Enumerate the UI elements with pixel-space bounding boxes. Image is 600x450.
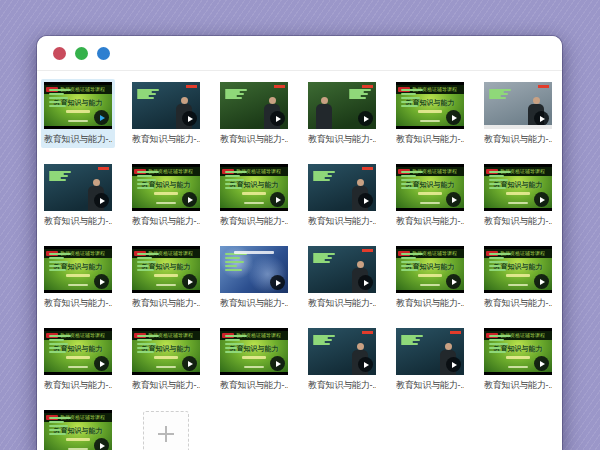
red-watermark	[362, 167, 373, 170]
play-icon[interactable]	[182, 192, 197, 207]
video-title: 教育知识与能力-...	[44, 297, 112, 310]
video-thumbnail[interactable]: 教师资格证辅导课程 教育知识与能力	[220, 164, 288, 211]
video-title: 教育知识与能力-...	[220, 133, 288, 146]
board-text-lines	[489, 253, 511, 271]
video-thumbnail[interactable]: 教师资格证辅导课程 教育知识与能力	[396, 246, 464, 293]
video-item[interactable]: 教师资格证辅导课程 教育知识与能力 教育知识与能力-...	[393, 79, 467, 148]
video-item[interactable]: 教师资格证辅导课程 教育知识与能力 教育知识与能力-...	[41, 407, 115, 450]
play-icon[interactable]	[534, 111, 549, 126]
video-item[interactable]: 教师资格证辅导课程 教育知识与能力 教育知识与能力-...	[305, 325, 379, 394]
video-item[interactable]: 教师资格证辅导课程 教育知识与能力 教育知识与能力-...	[217, 243, 291, 312]
video-title: 教育知识与能力-...	[220, 297, 288, 310]
thumbnail-url-bar	[68, 120, 88, 122]
video-thumbnail[interactable]: 教师资格证辅导课程 教育知识与能力	[132, 328, 200, 375]
play-icon[interactable]	[182, 274, 197, 289]
video-thumbnail[interactable]: 教师资格证辅导课程 教育知识与能力	[220, 246, 288, 293]
video-thumbnail[interactable]: 教师资格证辅导课程 教育知识与能力	[44, 410, 112, 450]
video-item[interactable]: 教师资格证辅导课程 教育知识与能力 教育知识与能力-...	[481, 243, 555, 312]
video-item[interactable]: 教师资格证辅导课程 教育知识与能力 教育知识与能力-...	[129, 325, 203, 394]
video-item[interactable]: 教师资格证辅导课程 教育知识与能力 教育知识与能力-...	[393, 161, 467, 230]
video-title: 教育知识与能力-...	[484, 297, 552, 310]
play-icon[interactable]	[270, 111, 285, 126]
play-icon[interactable]	[446, 274, 461, 289]
video-thumbnail[interactable]: 教师资格证辅导课程 教育知识与能力	[44, 82, 112, 129]
window-content: 教师资格证辅导课程 教育知识与能力 教育知识与能力-... 教师资格证辅导课程 …	[37, 71, 562, 450]
video-item[interactable]: 教师资格证辅导课程 教育知识与能力 教育知识与能力-...	[481, 79, 555, 148]
video-item[interactable]: 教师资格证辅导课程 教育知识与能力 教育知识与能力-...	[305, 243, 379, 312]
thumbnail-url-bar	[156, 202, 176, 204]
board-text-lines	[225, 253, 247, 271]
play-icon[interactable]	[270, 275, 285, 290]
video-title: 教育知识与能力-...	[220, 215, 288, 228]
video-title: 教育知识与能力-...	[308, 379, 376, 392]
window-titlebar	[37, 36, 562, 71]
play-icon[interactable]	[534, 356, 549, 371]
video-thumbnail[interactable]: 教师资格证辅导课程 教育知识与能力	[308, 246, 376, 293]
video-thumbnail[interactable]: 教师资格证辅导课程 教育知识与能力	[132, 82, 200, 129]
play-icon[interactable]	[358, 111, 373, 126]
video-thumbnail[interactable]: 教师资格证辅导课程 教育知识与能力	[484, 246, 552, 293]
video-thumbnail[interactable]: 教师资格证辅导课程 教育知识与能力	[132, 164, 200, 211]
play-icon[interactable]	[94, 193, 109, 208]
video-thumbnail[interactable]: 教师资格证辅导课程 教育知识与能力	[220, 82, 288, 129]
play-icon[interactable]	[534, 192, 549, 207]
play-icon[interactable]	[94, 274, 109, 289]
video-item[interactable]: 教师资格证辅导课程 教育知识与能力 教育知识与能力-...	[393, 243, 467, 312]
minimize-button[interactable]	[75, 47, 88, 60]
play-icon[interactable]	[94, 356, 109, 371]
video-thumbnail[interactable]: 教师资格证辅导课程 教育知识与能力	[484, 164, 552, 211]
video-thumbnail[interactable]: 教师资格证辅导课程 教育知识与能力	[132, 246, 200, 293]
video-item[interactable]: 教师资格证辅导课程 教育知识与能力 教育知识与能力-...	[481, 325, 555, 394]
video-thumbnail[interactable]: 教师资格证辅导课程 教育知识与能力	[308, 82, 376, 129]
video-item[interactable]: 教师资格证辅导课程 教育知识与能力 教育知识与能力-...	[41, 161, 115, 230]
play-icon[interactable]	[446, 357, 461, 372]
play-icon[interactable]	[182, 111, 197, 126]
video-item[interactable]: 教师资格证辅导课程 教育知识与能力 教育知识与能力-...	[305, 161, 379, 230]
video-item[interactable]: 教师资格证辅导课程 教育知识与能力 教育知识与能力-...	[393, 325, 467, 394]
video-title: 教育知识与能力-...	[132, 297, 200, 310]
video-thumbnail[interactable]: 教师资格证辅导课程 教育知识与能力	[484, 82, 552, 129]
video-thumbnail[interactable]: 教师资格证辅导课程 教育知识与能力	[396, 82, 464, 129]
video-thumbnail[interactable]: 教师资格证辅导课程 教育知识与能力	[396, 328, 464, 375]
video-item[interactable]: 教师资格证辅导课程 教育知识与能力 教育知识与能力-...	[41, 243, 115, 312]
video-item[interactable]: 教师资格证辅导课程 教育知识与能力 教育知识与能力-...	[41, 325, 115, 394]
play-icon[interactable]	[358, 357, 373, 372]
board-text-lines	[489, 171, 511, 189]
video-title: 教育知识与能力-...	[396, 297, 464, 310]
play-icon[interactable]	[182, 356, 197, 371]
video-thumbnail[interactable]: 教师资格证辅导课程 教育知识与能力	[44, 246, 112, 293]
play-icon[interactable]	[270, 192, 285, 207]
video-thumbnail[interactable]: 教师资格证辅导课程 教育知识与能力	[396, 164, 464, 211]
maximize-button[interactable]	[97, 47, 110, 60]
play-icon[interactable]	[358, 275, 373, 290]
upload-cell[interactable]: 上传文件	[129, 407, 203, 450]
play-icon[interactable]	[446, 192, 461, 207]
video-item[interactable]: 教师资格证辅导课程 教育知识与能力 教育知识与能力-...	[305, 79, 379, 148]
video-thumbnail[interactable]: 教师资格证辅导课程 教育知识与能力	[308, 328, 376, 375]
close-button[interactable]	[53, 47, 66, 60]
video-thumbnail[interactable]: 教师资格证辅导课程 教育知识与能力	[44, 164, 112, 211]
board-text-lines	[49, 89, 71, 107]
video-item[interactable]: 教师资格证辅导课程 教育知识与能力 教育知识与能力-...	[41, 79, 115, 148]
video-item[interactable]: 教师资格证辅导课程 教育知识与能力 教育知识与能力-...	[129, 79, 203, 148]
upload-dropzone[interactable]	[143, 411, 189, 450]
video-thumbnail[interactable]: 教师资格证辅导课程 教育知识与能力	[308, 164, 376, 211]
play-icon[interactable]	[446, 110, 461, 125]
video-thumbnail[interactable]: 教师资格证辅导课程 教育知识与能力	[484, 328, 552, 375]
video-item[interactable]: 教师资格证辅导课程 教育知识与能力 教育知识与能力-...	[129, 243, 203, 312]
video-thumbnail[interactable]: 教师资格证辅导课程 教育知识与能力	[220, 328, 288, 375]
video-item[interactable]: 教师资格证辅导课程 教育知识与能力 教育知识与能力-...	[481, 161, 555, 230]
file-manager-window: 教师资格证辅导课程 教育知识与能力 教育知识与能力-... 教师资格证辅导课程 …	[37, 36, 562, 450]
play-icon[interactable]	[270, 356, 285, 371]
video-item[interactable]: 教师资格证辅导课程 教育知识与能力 教育知识与能力-...	[217, 325, 291, 394]
play-icon[interactable]	[94, 110, 109, 125]
play-icon[interactable]	[358, 193, 373, 208]
video-item[interactable]: 教师资格证辅导课程 教育知识与能力 教育知识与能力-...	[217, 79, 291, 148]
video-item[interactable]: 教师资格证辅导课程 教育知识与能力 教育知识与能力-...	[217, 161, 291, 230]
red-watermark	[274, 85, 285, 88]
thumbnail-subtitle-bar	[154, 274, 178, 277]
play-icon[interactable]	[94, 438, 109, 450]
video-thumbnail[interactable]: 教师资格证辅导课程 教育知识与能力	[44, 328, 112, 375]
play-icon[interactable]	[534, 274, 549, 289]
video-item[interactable]: 教师资格证辅导课程 教育知识与能力 教育知识与能力-...	[129, 161, 203, 230]
